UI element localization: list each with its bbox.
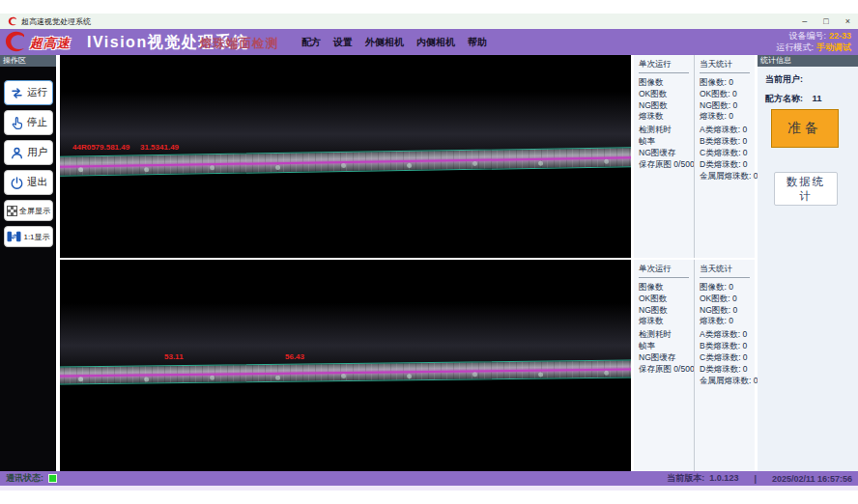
stat-row: NG图缓存 [639,353,694,362]
stat-row: D类熔珠数: 0 [700,160,755,169]
stat-row: OK图数: 0 [700,90,755,98]
stat-row: D类熔珠数: 0 [700,365,755,374]
run-button[interactable]: 运行 [4,80,53,105]
run-button-label: 运行 [27,86,47,99]
stat-row: 熔珠数: 0 [700,317,755,325]
camera-viewport-inner: 53.11 56.43 [60,260,631,471]
stats-panel-outer: 单次运行 图像数OK图数NG图数熔珠数检测耗时帧率NG图缓存保存原图 0/500… [634,55,755,258]
stat-row: 图像数 [639,283,694,292]
device-number-value: 22-33 [829,31,851,41]
daily-stats-title: 当天统计 [700,264,750,278]
one-to-one-button[interactable]: 1:1显示 [4,226,53,247]
window-title: 超高速视觉处理系统 [21,16,91,27]
run-mode-label: 运行模式: [776,42,814,52]
stat-row: 熔珠数: 0 [700,112,755,121]
single-run-column: 单次运行 图像数OK图数NG图数熔珠数检测耗时帧率NG图缓存保存原图 0/500 [634,260,694,471]
stat-row: B类熔珠数: 0 [700,137,755,146]
measurement-annotation: 44R0579.581.49 [72,143,129,152]
version-group: 当前版本:1.0.123 [667,472,738,485]
single-run-title: 单次运行 [639,59,689,73]
stop-button[interactable]: 停止 [4,110,53,135]
single-run-title: 单次运行 [639,264,689,278]
status-bar: 通讯状态: 当前版本:1.0.123 | 2025/02/11 16:57:56 [0,471,858,486]
recipe-name-value: 11 [813,93,822,103]
stat-row: 图像数 [639,78,694,87]
one-to-one-button-label: 1:1显示 [23,232,49,242]
close-button[interactable]: × [845,14,850,29]
run-mode-value: 手动调试 [816,42,851,52]
run-loop-arrows-icon [10,86,24,100]
data-statistics-button[interactable]: 数据统计 [774,172,838,206]
user-button[interactable]: 用户 [4,140,53,165]
fullscreen-button-label: 全屏显示 [19,206,50,216]
scanline-overlay [60,156,631,167]
current-user-label: 当前用户: [765,74,803,84]
status-separator: | [754,474,757,484]
device-number-label: 设备编号: [788,31,826,41]
daily-stats-title: 当天统计 [700,59,750,73]
fullscreen-button[interactable]: 全屏显示 [4,200,53,221]
stat-row: OK图数 [639,90,694,98]
menu-item[interactable]: 内侧相机 [416,36,455,49]
info-panel-title: 统计信息 [758,55,858,67]
prepare-button[interactable]: 准备 [771,109,839,148]
stat-row: OK图数 [639,294,694,303]
stat-row: NG图缓存 [639,149,694,157]
comm-status-label: 通讯状态: [6,472,43,485]
stat-row: NG图数 [639,306,694,315]
version-value: 1.0.123 [709,473,738,483]
stop-button-label: 停止 [27,116,47,129]
app-icon [8,16,17,26]
stat-row: 金属屑熔珠数: 0 [700,377,755,385]
device-info: 设备编号:22-33 运行模式:手动调试 [776,31,851,53]
stat-row: OK图数: 0 [700,294,755,303]
stat-row: C类熔珠数: 0 [700,353,755,362]
menu-item[interactable]: 设置 [333,36,353,49]
stat-row: B类熔珠数: 0 [700,342,755,350]
info-panel: 统计信息 当前用户: 配方名称: 11 准备 数据统计 [758,55,858,471]
stat-row: 保存原图 0/500 [639,365,694,374]
stat-row: A类熔珠数: 0 [700,126,755,134]
stat-row: 帧率 [639,342,694,350]
exit-power-icon [10,176,24,190]
measurement-annotation: 53.11 [164,352,184,361]
exit-button-label: 退出 [27,176,47,189]
user-button-label: 用户 [27,146,47,159]
brand-logo-icon [4,31,27,56]
sidebar-title: 操作区 [0,55,56,67]
maximize-button[interactable]: □ [823,14,828,29]
exit-button[interactable]: 退出 [4,170,53,195]
menu-item[interactable]: 配方 [301,36,321,49]
stat-row: 检测耗时 [639,330,694,339]
app-subtitle: 熔珠端面检测 [200,36,278,52]
daily-stats-column: 当天统计 图像数: 0OK图数: 0NG图数: 0熔珠数: 0A类熔珠数: 0B… [694,55,755,258]
one-to-one-icon [7,230,21,243]
window-bottom-edge [0,486,858,490]
comm-status-indicator [48,474,57,483]
datetime-value: 2025/02/11 16:57:56 [772,474,852,484]
stat-row: 图像数: 0 [700,78,755,87]
stat-row: 帧率 [639,137,694,146]
main-menu: 配方设置外侧相机内侧相机帮助 [301,29,487,55]
stat-row: 图像数: 0 [700,283,755,292]
stat-row: NG图数: 0 [700,306,755,315]
minimize-button[interactable]: – [802,14,807,29]
daily-stats-column: 当天统计 图像数: 0OK图数: 0NG图数: 0熔珠数: 0A类熔珠数: 0B… [694,260,755,471]
menu-item[interactable]: 外侧相机 [365,36,404,49]
measurement-annotation: 56.43 [285,352,304,361]
stat-row: 保存原图 0/500 [639,160,694,169]
stat-row: NG图数 [639,101,694,110]
stop-hand-icon [10,116,24,130]
stat-row: A类熔珠数: 0 [700,330,755,339]
stat-row: 熔珠数 [639,317,694,325]
menu-item[interactable]: 帮助 [468,36,487,49]
scanline-overlay [60,368,631,377]
detection-marks [78,167,83,172]
camera-viewport-outer: 44R0579.581.49 31.5341.49 [60,55,631,258]
recipe-name-label: 配方名称: [765,94,803,103]
fullscreen-checker-icon [7,206,17,216]
single-run-column: 单次运行 图像数OK图数NG图数熔珠数检测耗时帧率NG图缓存保存原图 0/500 [634,55,694,258]
stats-panel-inner: 单次运行 图像数OK图数NG图数熔珠数检测耗时帧率NG图缓存保存原图 0/500… [634,260,755,471]
stat-row: 金属屑熔珠数: 0 [700,172,755,181]
detection-marks [78,377,83,381]
